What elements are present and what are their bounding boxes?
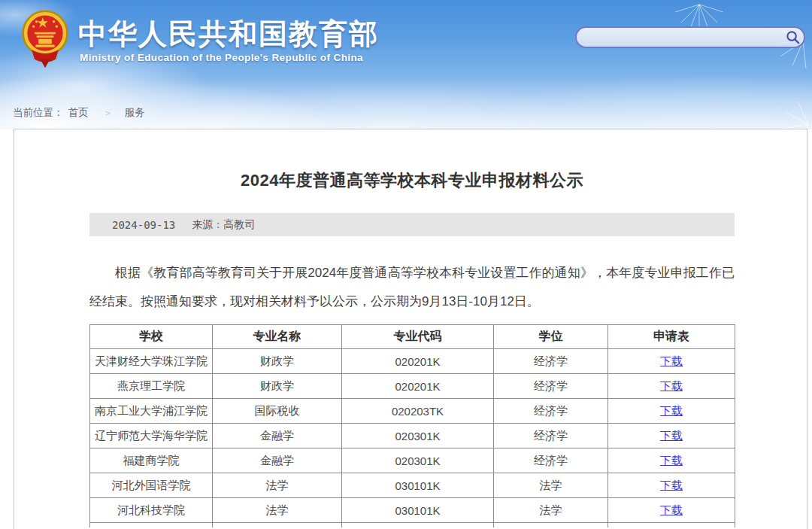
table-cell: 020301K [342, 448, 494, 473]
table-cell: 法学 [494, 473, 608, 498]
table-cell [342, 523, 494, 527]
application-table: 学校 专业名称 专业代码 学位 申请表 天津财经大学珠江学院财政学020201K… [89, 324, 735, 527]
download-link[interactable]: 下载 [660, 404, 683, 417]
site-subtitle: Ministry of Education of the People's Re… [80, 52, 363, 63]
search-input[interactable] [577, 32, 781, 44]
col-header-application-form: 申请表 [608, 325, 735, 349]
header-banner: 中华人民共和国教育部 Ministry of Education of the … [0, 0, 812, 129]
table-cell [608, 523, 735, 527]
table-cell: 辽宁师范大学海华学院 [90, 424, 213, 448]
table-row: 燕京理工学院财政学020201K经济学下载 [90, 374, 735, 399]
download-link[interactable]: 下载 [660, 429, 683, 442]
download-link[interactable]: 下载 [660, 354, 683, 367]
breadcrumb-prefix: 当前位置： [13, 106, 64, 120]
table-cell: 南京工业大学浦江学院 [90, 399, 213, 424]
table-row: 福建商学院金融学020301K经济学下载 [90, 448, 735, 473]
col-header-degree: 学位 [494, 325, 608, 349]
table-cell: 经济学 [494, 448, 608, 473]
table-cell: 经济学 [494, 424, 608, 448]
table-cell: 经济学 [494, 374, 608, 399]
table-cell: 福建商学院 [90, 448, 213, 473]
national-emblem-icon [21, 9, 69, 74]
table-cell: 法学 [494, 498, 608, 523]
breadcrumb-separator: ＞ [104, 107, 113, 120]
table-cell: 金融学 [213, 424, 342, 448]
table-row-clipped [90, 523, 735, 527]
table-cell-download: 下载 [608, 424, 735, 448]
table-cell: 030101K [342, 498, 494, 523]
col-header-school: 学校 [90, 325, 213, 349]
table-cell: 020301K [342, 424, 494, 448]
table-cell: 020201K [342, 349, 494, 374]
article-date: 2024-09-13 [112, 219, 175, 231]
table-row: 南京工业大学浦江学院国际税收020203TK经济学下载 [90, 399, 735, 424]
table-cell: 国际税收 [213, 399, 342, 424]
table-cell: 020201K [342, 374, 494, 399]
table-cell-download: 下载 [608, 399, 735, 424]
table-cell-download: 下载 [608, 473, 735, 498]
page-title: 2024年度普通高等学校本科专业申报材料公示 [89, 170, 735, 191]
table-cell: 法学 [213, 473, 342, 498]
table-cell-download: 下载 [608, 498, 735, 523]
table-cell-download: 下载 [608, 448, 735, 473]
table-cell: 燕京理工学院 [90, 374, 213, 399]
article-paragraph: 根据《教育部高等教育司关于开展2024年度普通高等学校本科专业设置工作的通知》，… [89, 259, 735, 316]
col-header-major: 专业名称 [213, 325, 342, 349]
article-meta-bar: 2024-09-13 来源：高教司 [89, 213, 735, 236]
download-link[interactable]: 下载 [660, 479, 683, 491]
table-cell: 金融学 [213, 448, 342, 473]
search-icon [786, 30, 800, 44]
table-cell [494, 523, 608, 527]
table-cell-download: 下载 [608, 374, 735, 399]
table-row: 河北外国语学院法学030101K法学下载 [90, 473, 735, 498]
col-header-major-code: 专业代码 [342, 325, 494, 349]
table-header-row: 学校 专业名称 专业代码 学位 申请表 [90, 325, 735, 349]
table-cell: 经济学 [494, 349, 608, 374]
search-bar [575, 26, 805, 48]
table-cell [90, 523, 213, 527]
article-source: 来源：高教司 [192, 218, 255, 232]
table-cell [213, 523, 342, 527]
content-card: 2024年度普通高等学校本科专业申报材料公示 2024-09-13 来源：高教司… [14, 129, 807, 529]
download-link[interactable]: 下载 [660, 379, 683, 392]
table-cell: 经济学 [494, 399, 608, 424]
table-cell: 天津财经大学珠江学院 [90, 349, 213, 374]
download-link[interactable]: 下载 [660, 503, 683, 516]
breadcrumb-item-service[interactable]: 服务 [125, 106, 145, 120]
breadcrumb: 当前位置：首页 ＞ 服务 [13, 106, 145, 120]
search-button[interactable] [781, 28, 804, 47]
table-row: 河北科技学院法学030101K法学下载 [90, 498, 735, 523]
table-cell: 财政学 [213, 349, 342, 374]
download-link[interactable]: 下载 [660, 454, 683, 467]
table-cell-download: 下载 [608, 349, 735, 374]
application-table-body: 天津财经大学珠江学院财政学020201K经济学下载燕京理工学院财政学020201… [90, 349, 735, 527]
site-title: 中华人民共和国教育部 [78, 15, 379, 53]
table-cell: 020203TK [342, 399, 494, 424]
table-row: 辽宁师范大学海华学院金融学020301K经济学下载 [90, 424, 735, 448]
table-cell: 030101K [342, 473, 494, 498]
table-cell: 法学 [213, 498, 342, 523]
table-row: 天津财经大学珠江学院财政学020201K经济学下载 [90, 349, 735, 374]
table-cell: 河北科技学院 [90, 498, 213, 523]
breadcrumb-item-home[interactable]: 首页 [68, 106, 89, 120]
table-cell: 河北外国语学院 [90, 473, 213, 498]
table-cell: 财政学 [213, 374, 342, 399]
